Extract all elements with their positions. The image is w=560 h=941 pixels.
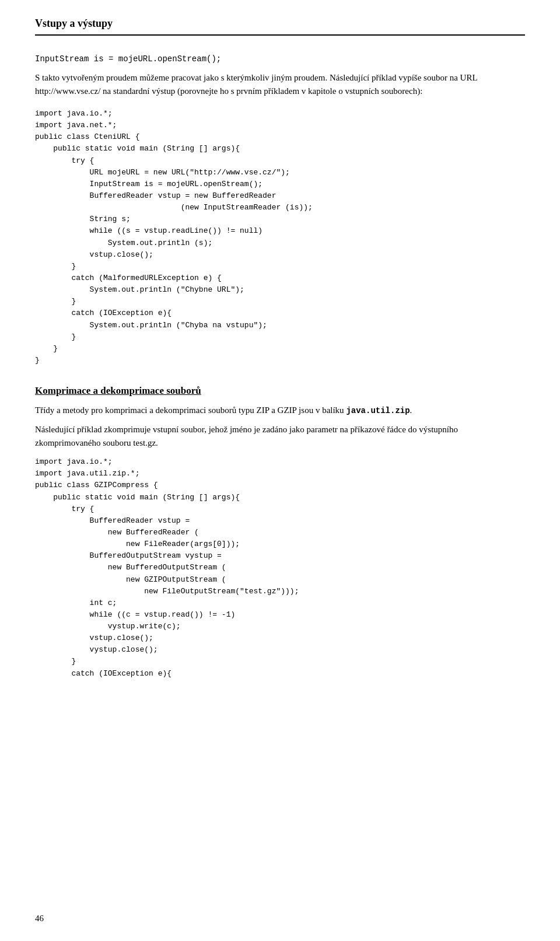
section-text-1: Třídy a metody pro komprimaci a dekompri… <box>35 404 525 417</box>
java-util-zip-inline: java.util.zip <box>346 406 410 415</box>
intro-code-line: InputStream is = mojeURL.openStream(); <box>35 52 525 65</box>
section-text-2: Následující příklad zkomprimuje vstupní … <box>35 423 525 449</box>
intro-section: InputStream is = mojeURL.openStream(); S… <box>35 52 525 97</box>
code-block-2: import java.io.*; import java.util.zip.*… <box>35 456 525 680</box>
section-heading-komprimace: Komprimace a dekomprimace souborů <box>35 385 525 397</box>
page-header: Vstupy a výstupy <box>35 18 525 36</box>
komprimace-section: Komprimace a dekomprimace souborů Třídy … <box>35 385 525 680</box>
page-title: Vstupy a výstupy <box>35 18 113 29</box>
code-block-1: import java.io.*; import java.net.*; pub… <box>35 108 525 366</box>
intro-paragraph: S takto vytvořeným proudem můžeme pracov… <box>35 71 525 97</box>
page-number: 46 <box>35 914 44 923</box>
